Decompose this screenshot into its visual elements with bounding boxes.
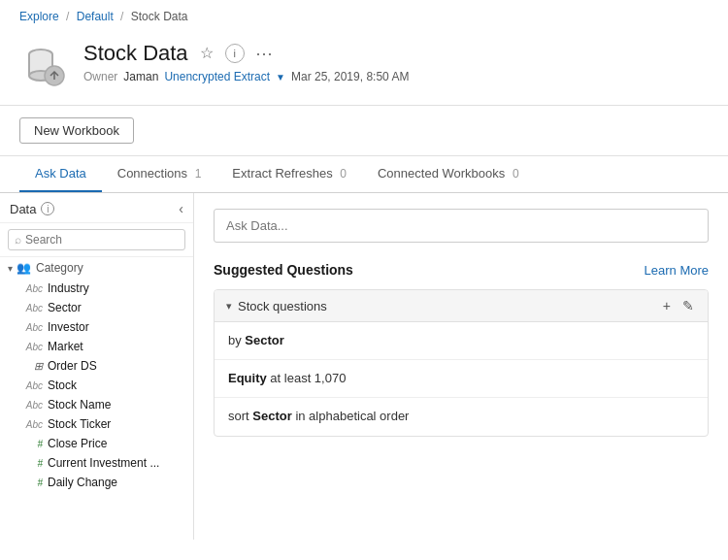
type-abc-icon: Abc <box>23 303 43 313</box>
main-content: Data i ‹ ⌕ ▾ 👥 Category <box>0 193 728 540</box>
list-item[interactable]: Abc Stock Name <box>0 395 193 414</box>
page-header: Stock Data ☆ i ··· Owner Jaman Unencrypt… <box>0 31 728 106</box>
type-hash-icon: # <box>23 458 43 469</box>
type-abc-icon: Abc <box>23 380 43 391</box>
datasource-icon <box>19 41 70 91</box>
type-hash-icon: # <box>23 478 43 488</box>
questions-group-left: ▾ Stock questions <box>226 299 327 313</box>
page-title: Stock Data <box>83 41 188 66</box>
question-item[interactable]: Equity at least 1,070 <box>215 360 708 398</box>
more-options-button[interactable]: ··· <box>254 45 276 62</box>
breadcrumb: Explore / Default / Stock Data <box>0 0 728 31</box>
category-toggle-icon: ▾ <box>8 263 13 274</box>
search-container: ⌕ <box>8 229 185 250</box>
sidebar: Data i ‹ ⌕ ▾ 👥 Category <box>0 193 194 540</box>
suggested-header: Suggested Questions Learn More <box>214 262 709 278</box>
sidebar-collapse-button[interactable]: ‹ <box>179 201 183 216</box>
owner-label: Owner <box>83 70 117 83</box>
list-item[interactable]: # Daily Change <box>0 473 193 492</box>
tab-connected-workbooks[interactable]: Connected Workbooks 0 <box>362 156 535 192</box>
type-abc-icon: Abc <box>23 419 43 430</box>
header-info: Stock Data ☆ i ··· Owner Jaman Unencrypt… <box>83 41 709 83</box>
group-actions: + ✎ <box>661 298 696 313</box>
edit-questions-button[interactable]: ✎ <box>680 298 696 313</box>
star-button[interactable]: ☆ <box>198 46 215 61</box>
group-name: Stock questions <box>238 299 327 313</box>
content-area: Suggested Questions Learn More ▾ Stock q… <box>194 193 728 540</box>
tab-connections[interactable]: Connections 1 <box>102 156 217 192</box>
questions-group-header: ▾ Stock questions + ✎ <box>215 290 708 322</box>
new-workbook-button[interactable]: New Workbook <box>19 117 134 144</box>
type-abc-icon: Abc <box>23 283 43 294</box>
list-item[interactable]: Abc Investor <box>0 317 193 337</box>
timestamp: Mar 25, 2019, 8:50 AM <box>291 70 409 83</box>
data-list: ▾ 👥 Category Abc Industry Abc Sector <box>0 257 193 540</box>
breadcrumb-default[interactable]: Default <box>77 10 114 23</box>
type-abc-icon: Abc <box>23 322 43 333</box>
category-group: ▾ 👥 Category Abc Industry Abc Sector <box>0 257 193 317</box>
question-text: sort Sector in alphabetical order <box>228 408 409 425</box>
list-item[interactable]: Abc Market <box>0 337 193 356</box>
type-abc-icon: Abc <box>23 400 43 411</box>
info-button[interactable]: i <box>225 44 245 63</box>
breadcrumb-explore[interactable]: Explore <box>19 10 59 23</box>
type-db-icon: ⊞ <box>23 360 43 373</box>
list-item[interactable]: ⊞ Order DS <box>0 356 193 376</box>
question-text: Equity at least 1,070 <box>228 370 346 387</box>
question-text: by Sector <box>228 332 284 349</box>
header-meta: Owner Jaman Unencrypted Extract ▼ Mar 25… <box>83 70 709 83</box>
list-item[interactable]: Abc Industry <box>0 279 193 298</box>
tab-ask-data[interactable]: Ask Data <box>19 156 102 192</box>
search-input[interactable] <box>25 233 179 247</box>
ask-data-input[interactable] <box>214 209 709 243</box>
list-item[interactable]: Abc Stock <box>0 376 193 395</box>
search-icon: ⌕ <box>15 233 21 247</box>
breadcrumb-current: Stock Data <box>131 10 188 23</box>
list-item[interactable]: Abc Sector <box>0 298 193 317</box>
suggested-title: Suggested Questions <box>214 262 353 278</box>
question-item[interactable]: by Sector <box>215 322 708 360</box>
search-wrapper: ⌕ <box>0 223 193 257</box>
type-abc-icon: Abc <box>23 342 43 352</box>
list-item[interactable]: # Current Investment ... <box>0 453 193 473</box>
header-title-row: Stock Data ☆ i ··· <box>83 41 709 66</box>
category-group-header[interactable]: ▾ 👥 Category <box>0 257 193 279</box>
list-item[interactable]: # Close Price <box>0 434 193 453</box>
questions-group: ▾ Stock questions + ✎ by Sector Equity a… <box>214 289 709 437</box>
type-hash-icon: # <box>23 439 43 449</box>
tabs-bar: Ask Data Connections 1 Extract Refreshes… <box>0 156 728 193</box>
extract-arrow-icon: ▼ <box>276 72 285 82</box>
owner-name: Jaman <box>123 70 158 83</box>
extract-link[interactable]: Unencrypted Extract <box>164 70 270 83</box>
sidebar-header: Data i ‹ <box>0 193 193 223</box>
learn-more-link[interactable]: Learn More <box>645 263 709 278</box>
sidebar-title: Data i <box>10 202 54 216</box>
data-info-icon[interactable]: i <box>41 202 54 215</box>
category-type-icon: 👥 <box>17 261 31 275</box>
tab-extract-refreshes[interactable]: Extract Refreshes 0 <box>216 156 362 192</box>
group-toggle-icon[interactable]: ▾ <box>226 300 232 313</box>
question-item[interactable]: sort Sector in alphabetical order <box>215 398 708 435</box>
list-item[interactable]: Abc Stock Ticker <box>0 414 193 434</box>
category-label: Category <box>36 261 83 275</box>
add-question-button[interactable]: + <box>661 298 673 313</box>
actions-bar: New Workbook <box>0 106 728 156</box>
